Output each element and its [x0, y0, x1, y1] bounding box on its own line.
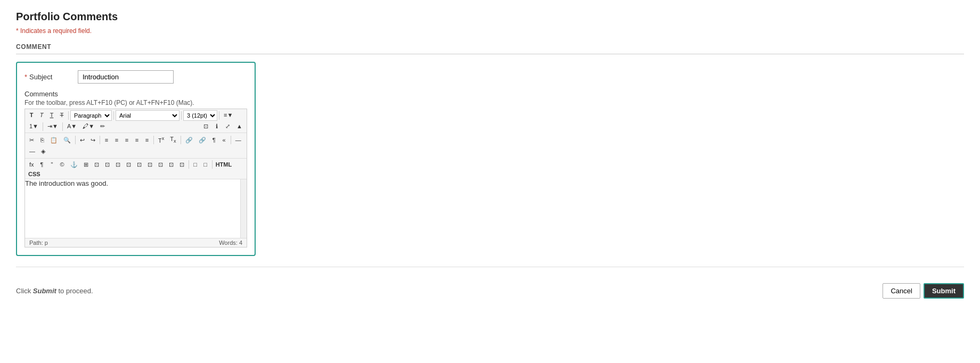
css-label: CSS [27, 170, 42, 178]
sep13 [212, 160, 213, 169]
toolbar-row2: ✂ ⎘ 📋 🔍 ↩ ↪ ≡ ≡ ≡ ≡ ≡ Tx Tx 🔗 🔗 ¶ « — — … [25, 133, 247, 158]
superscript-btn[interactable]: Tx [156, 134, 167, 146]
editor-outer: The introduction was good. [25, 179, 247, 238]
table7-btn[interactable]: ⊡ [145, 160, 155, 170]
copyright-btn[interactable]: © [58, 160, 67, 170]
toolbar-hint: For the toolbar, press ALT+F10 (PC) or A… [24, 99, 247, 106]
submit-hint-bold: Submit [33, 287, 56, 295]
link-btn[interactable]: 🔗 [183, 135, 195, 145]
anchor-btn[interactable]: ⚓ [68, 160, 80, 170]
align-full-btn[interactable]: ≡ [142, 135, 152, 145]
subject-row: * Subject [24, 70, 247, 84]
toolbar-row3: fx ¶ " © ⚓ ⊞ ⊡ ⊡ ⊡ ⊡ ⊡ ⊡ ⊡ ⊡ ⊡ □ □ HTML … [25, 159, 247, 179]
sep12 [189, 160, 189, 169]
special-btn[interactable]: ◈ [38, 146, 48, 156]
font-select[interactable]: Arial Times New Roman Courier [116, 110, 179, 121]
indent-btn[interactable]: ⇥▼ [45, 121, 61, 131]
align-justify-btn[interactable]: ≡ [132, 135, 142, 145]
size-select[interactable]: 3 (12pt) 1 (8pt) 2 (10pt) 4 (14pt) [183, 110, 217, 121]
info-btn[interactable]: ℹ [212, 121, 222, 131]
highlight-btn[interactable]: 🖍▼ [80, 121, 97, 131]
pilcrow-btn[interactable]: ¶ [37, 160, 47, 170]
fullscreen-btn[interactable]: ⤢ [223, 121, 233, 131]
hr-btn[interactable]: — [233, 135, 244, 145]
find-btn[interactable]: 🔍 [61, 135, 74, 145]
editor-scrollbar[interactable] [240, 179, 247, 238]
collapse-btn[interactable]: ▲ [234, 121, 245, 131]
editor-content: The introduction was good. [25, 179, 247, 187]
table-btn[interactable]: ⊞ [81, 160, 91, 170]
editor-wrapper: T T T T Paragraph Heading 1 Heading 2 Ar… [24, 109, 247, 248]
required-star: * [24, 73, 27, 81]
table9-btn[interactable]: ⊡ [166, 160, 176, 170]
checkbox2-btn[interactable]: □ [201, 160, 210, 170]
underline-btn[interactable]: T [47, 110, 56, 120]
checkbox1-btn[interactable]: □ [191, 160, 200, 170]
ordered-list-btn[interactable]: 1▼ [27, 121, 41, 131]
eraser-btn[interactable]: ✏ [97, 121, 108, 131]
sep2 [113, 111, 114, 120]
bold-btn[interactable]: T [27, 110, 36, 120]
unlink-btn[interactable]: 🔗 [196, 135, 209, 145]
footer-hint: Click Submit to proceed. [16, 287, 93, 295]
preview-btn[interactable]: ⊡ [201, 121, 211, 131]
subject-label-text: Subject [29, 73, 52, 81]
cancel-button[interactable]: Cancel [883, 283, 920, 299]
subscript-btn[interactable]: Tx [167, 134, 178, 146]
table5-btn[interactable]: ⊡ [124, 160, 134, 170]
submit-button[interactable]: Submit [924, 283, 964, 299]
footer-buttons: Cancel Submit [883, 283, 964, 299]
para-btn[interactable]: ¶ [209, 135, 219, 145]
sep8 [100, 136, 100, 144]
copy-btn[interactable]: ⎘ [37, 135, 47, 145]
sep6 [62, 122, 63, 131]
subject-input[interactable] [78, 70, 174, 84]
undo-btn[interactable]: ↩ [77, 135, 87, 145]
table2-btn[interactable]: ⊡ [92, 160, 102, 170]
toolbar-right-group: ⊡ ℹ ⤢ ▲ [201, 121, 245, 131]
align-right-btn[interactable]: ≡ [122, 135, 132, 145]
italic-btn[interactable]: T [37, 110, 46, 120]
color-btn[interactable]: A▼ [64, 121, 79, 131]
table10-btn[interactable]: ⊡ [177, 160, 187, 170]
editor-area[interactable]: The introduction was good. [25, 179, 247, 238]
subject-label: * Subject [24, 73, 78, 81]
redo-btn[interactable]: ↪ [88, 135, 98, 145]
align-center-btn[interactable]: ≡ [112, 135, 121, 145]
html-label: HTML [214, 161, 234, 168]
strikethrough-btn[interactable]: T [57, 110, 67, 120]
sep9 [153, 136, 154, 144]
toolbar-row1: T T T T Paragraph Heading 1 Heading 2 Ar… [25, 109, 247, 133]
sep3 [181, 111, 182, 120]
section-header: COMMENT [16, 43, 964, 54]
paragraph-select[interactable]: Paragraph Heading 1 Heading 2 [70, 110, 112, 121]
table6-btn[interactable]: ⊡ [134, 160, 144, 170]
status-bar: Path: p Words: 4 [25, 238, 247, 247]
words-label: Words: 4 [219, 240, 242, 246]
footer-row: Click Submit to proceed. Cancel Submit [16, 278, 964, 299]
path-label: Path: p [29, 240, 48, 246]
table8-btn[interactable]: ⊡ [156, 160, 166, 170]
divider [16, 267, 964, 267]
sep5 [43, 122, 43, 131]
cut-btn[interactable]: ✂ [27, 135, 37, 145]
paste-btn[interactable]: 📋 [47, 135, 60, 145]
align-left-btn[interactable]: ≡ [102, 135, 111, 145]
nbsp-btn[interactable]: — [27, 146, 38, 156]
sep11 [231, 136, 231, 144]
sep1 [68, 111, 69, 120]
sep7 [75, 136, 76, 144]
comments-label: Comments [24, 90, 247, 98]
required-note: * Indicates a required field. [16, 27, 964, 35]
page-title: Portfolio Comments [16, 11, 964, 23]
blockquote-btn[interactable]: « [219, 135, 229, 145]
table3-btn[interactable]: ⊡ [102, 160, 112, 170]
sep4 [219, 111, 219, 120]
comment-box: * Subject Comments For the toolbar, pres… [16, 62, 256, 256]
quote-btn[interactable]: " [47, 160, 57, 170]
fx-btn[interactable]: fx [27, 160, 37, 170]
unordered-list-btn[interactable]: ≡▼ [221, 110, 235, 120]
sep10 [181, 136, 181, 144]
table4-btn[interactable]: ⊡ [113, 160, 123, 170]
